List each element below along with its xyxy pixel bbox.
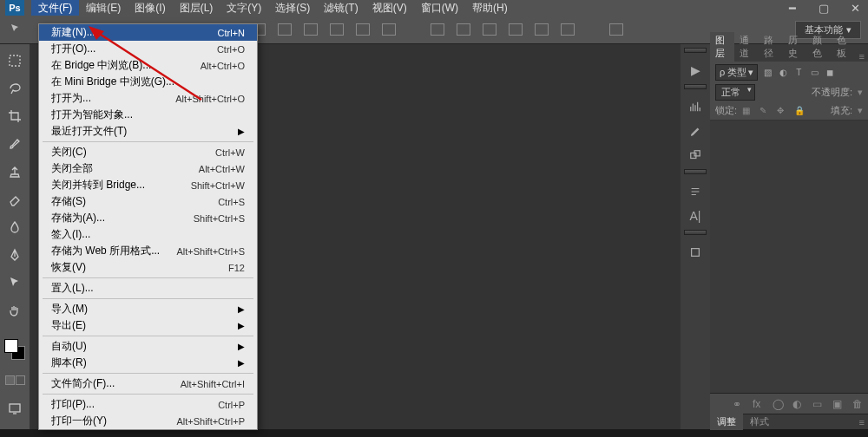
menu-item[interactable]: 签入(I)...: [39, 226, 257, 243]
filter-shape-icon[interactable]: ▭: [808, 66, 820, 78]
panel-menu-icon[interactable]: ≡: [856, 417, 868, 427]
menu-item[interactable]: 打印一份(Y)Alt+Shift+Ctrl+P: [39, 413, 257, 429]
menu-2[interactable]: 图像(I): [128, 0, 172, 16]
histogram-icon[interactable]: [684, 96, 707, 117]
menu-4[interactable]: 文字(Y): [220, 0, 268, 16]
filter-type-icon[interactable]: T: [792, 66, 805, 78]
mask-icon[interactable]: ◯: [773, 398, 785, 410]
menu-item[interactable]: 打开为智能对象...: [39, 107, 257, 123]
tab-paths[interactable]: 路径: [759, 32, 783, 62]
filter-adjust-icon[interactable]: ◐: [777, 66, 789, 78]
distribute-icon[interactable]: [483, 23, 496, 36]
clone-source-icon[interactable]: [684, 145, 707, 166]
align-icon[interactable]: [356, 23, 370, 36]
link-layers-icon[interactable]: ⚭: [733, 398, 745, 410]
lock-all-icon[interactable]: 🔒: [794, 106, 806, 116]
close-button[interactable]: ✕: [847, 0, 863, 16]
character-icon[interactable]: A|: [684, 205, 707, 226]
menu-1[interactable]: 编辑(E): [79, 0, 128, 16]
blur-tool[interactable]: [5, 218, 24, 237]
tab-styles[interactable]: 样式: [743, 414, 776, 430]
panel-menu-icon[interactable]: ≡: [856, 51, 868, 62]
clone-stamp-tool[interactable]: [5, 162, 24, 181]
menu-item[interactable]: 关闭(C)Ctrl+W: [39, 144, 257, 160]
adjustment-icon[interactable]: ◐: [792, 398, 805, 410]
eraser-tool[interactable]: [5, 190, 24, 209]
align-icon[interactable]: [278, 23, 292, 36]
menu-item[interactable]: 新建(N)...Ctrl+N: [39, 24, 257, 41]
menu-item[interactable]: 导出(E)▶: [39, 317, 257, 334]
info-icon[interactable]: [684, 242, 707, 263]
lock-position-icon[interactable]: ✥: [777, 106, 789, 116]
color-swatches[interactable]: [4, 339, 25, 360]
quick-mask-toggle[interactable]: [5, 375, 25, 385]
menu-item[interactable]: 关闭并转到 Bridge...Shift+Ctrl+W: [39, 177, 257, 193]
menu-item[interactable]: 导入(M)▶: [39, 301, 257, 317]
menu-item[interactable]: 脚本(R)▶: [39, 355, 257, 371]
tab-layers[interactable]: 图层: [710, 32, 734, 62]
screen-mode[interactable]: [5, 399, 24, 418]
menu-item[interactable]: 恢复(V)F12: [39, 259, 257, 276]
dock-grip[interactable]: [684, 169, 707, 174]
filter-pixel-icon[interactable]: ▧: [761, 66, 773, 78]
new-layer-icon[interactable]: ▣: [832, 398, 845, 410]
align-icon[interactable]: [382, 23, 396, 36]
play-icon[interactable]: ▶: [684, 60, 707, 81]
menu-item[interactable]: 在 Bridge 中浏览(B)...Alt+Ctrl+O: [39, 57, 257, 74]
group-icon[interactable]: ▭: [812, 398, 825, 410]
menu-7[interactable]: 视图(V): [365, 0, 414, 16]
menu-item[interactable]: 置入(L)...: [39, 280, 257, 297]
lasso-tool[interactable]: [5, 79, 24, 98]
align-icon[interactable]: [304, 23, 318, 36]
fx-icon[interactable]: fx: [753, 398, 765, 410]
dock-grip[interactable]: [684, 48, 707, 53]
minimize-button[interactable]: ━: [785, 0, 800, 16]
tab-adjustments[interactable]: 调整: [710, 414, 743, 430]
menu-item[interactable]: 打开(O)...Ctrl+O: [39, 41, 257, 57]
chevron-down-icon[interactable]: ▾: [858, 105, 863, 116]
distribute-icon[interactable]: [457, 23, 470, 36]
blend-mode-dropdown[interactable]: 正常: [715, 84, 755, 101]
tab-swatches[interactable]: 色板: [832, 32, 856, 62]
menu-0[interactable]: 文件(F): [31, 0, 79, 16]
auto-align-icon[interactable]: [609, 23, 623, 36]
layer-list[interactable]: [710, 121, 868, 393]
brush-preset-icon[interactable]: [684, 121, 707, 141]
distribute-icon[interactable]: [561, 23, 575, 36]
filter-kind-dropdown[interactable]: ρ 类型 ▾: [715, 64, 758, 81]
filter-smart-icon[interactable]: ◼: [824, 66, 836, 78]
distribute-icon[interactable]: [431, 23, 444, 36]
trash-icon[interactable]: 🗑: [852, 398, 865, 410]
menu-item[interactable]: 存储为(A)...Shift+Ctrl+S: [39, 210, 257, 226]
crop-tool[interactable]: [5, 107, 24, 126]
menu-item[interactable]: 文件简介(F)...Alt+Shift+Ctrl+I: [39, 375, 257, 392]
brush-tool[interactable]: [5, 134, 24, 153]
menu-6[interactable]: 滤镜(T): [317, 0, 365, 16]
menu-8[interactable]: 窗口(W): [414, 0, 465, 16]
dock-grip[interactable]: [684, 84, 707, 89]
menu-item[interactable]: 打开为...Alt+Shift+Ctrl+O: [39, 90, 257, 107]
foreground-color[interactable]: [4, 339, 18, 353]
tab-channels[interactable]: 通道: [734, 32, 759, 62]
path-selection-tool[interactable]: [5, 273, 24, 292]
dock-grip[interactable]: [684, 230, 707, 235]
pen-tool[interactable]: [5, 245, 24, 264]
lock-pixels-icon[interactable]: ✎: [760, 106, 772, 116]
lock-transparency-icon[interactable]: ▦: [742, 106, 754, 116]
menu-9[interactable]: 帮助(H): [465, 0, 515, 16]
tab-color[interactable]: 颜色: [807, 32, 832, 62]
paragraph-icon[interactable]: [684, 181, 707, 202]
menu-5[interactable]: 选择(S): [268, 0, 317, 16]
tab-history[interactable]: 历史: [783, 32, 807, 62]
menu-item[interactable]: 最近打开文件(T)▶: [39, 123, 257, 140]
menu-3[interactable]: 图层(L): [173, 0, 220, 16]
menu-item[interactable]: 打印(P)...Ctrl+P: [39, 396, 257, 413]
chevron-down-icon[interactable]: ▾: [858, 87, 863, 98]
distribute-icon[interactable]: [535, 23, 549, 36]
distribute-icon[interactable]: [509, 23, 523, 36]
hand-tool[interactable]: [5, 301, 24, 320]
menu-item[interactable]: 关闭全部Alt+Ctrl+W: [39, 160, 257, 177]
menu-item[interactable]: 存储(S)Ctrl+S: [39, 193, 257, 210]
maximize-button[interactable]: ▢: [816, 0, 832, 16]
menu-item[interactable]: 存储为 Web 所用格式...Alt+Shift+Ctrl+S: [39, 243, 257, 259]
